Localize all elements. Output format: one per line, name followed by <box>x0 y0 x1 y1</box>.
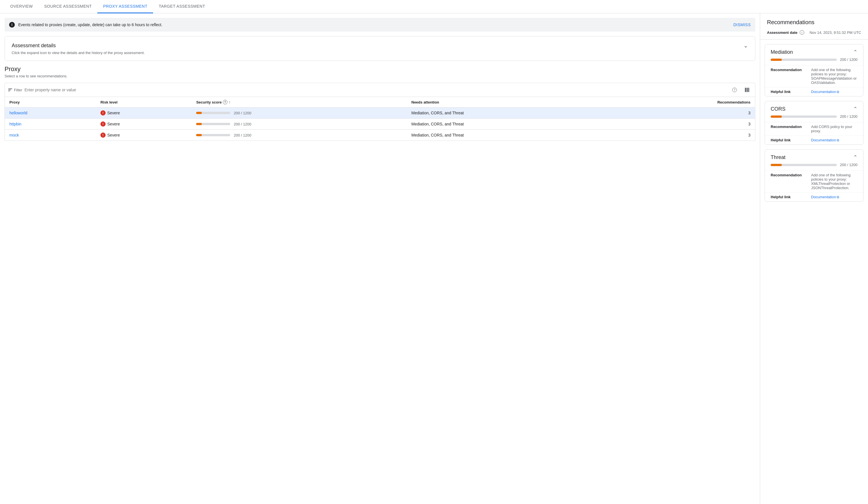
score-text: 200 / 1200 <box>234 133 251 137</box>
rec-documentation-link[interactable]: Documentation ⧉ <box>811 90 839 94</box>
external-link-icon: ⧉ <box>837 138 839 142</box>
table-row[interactable]: mock Severe 200 / 1200 Mediation, CORS, … <box>5 130 755 141</box>
rec-documentation-link[interactable]: Documentation ⧉ <box>811 138 839 142</box>
proxy-title: Proxy <box>4 65 755 73</box>
rec-recommendation-row: Recommendation Add CORS policy to your p… <box>765 122 863 135</box>
rec-recommendation-label: Recommendation <box>771 68 808 85</box>
nav-tab-source-assessment[interactable]: SOURCE ASSESSMENT <box>39 0 97 13</box>
rec-helpful-link-label: Helpful link <box>771 90 808 94</box>
filter-bar: Filter ? <box>4 83 755 97</box>
rec-score-row: 200 / 1200 <box>765 57 863 65</box>
proxy-name-cell: mock <box>5 130 96 141</box>
risk-label: Severe <box>107 122 120 126</box>
svg-rect-2 <box>748 88 749 92</box>
risk-label: Severe <box>107 133 120 137</box>
svg-rect-0 <box>745 88 746 92</box>
dismiss-button[interactable]: DISMISS <box>733 22 751 27</box>
rec-card-header[interactable]: Mediation ⌃ <box>765 44 863 57</box>
right-panel: Recommendations Assessment date i Nov 14… <box>760 13 868 504</box>
rec-score-bar <box>771 115 837 118</box>
risk-level-cell: Severe <box>96 107 192 119</box>
proxy-link[interactable]: mock <box>9 133 19 137</box>
help-button[interactable]: ? <box>730 85 739 94</box>
assessment-details-subtitle: Click the expand icon to view the detail… <box>12 51 748 55</box>
risk-level-cell: Severe <box>96 130 192 141</box>
proxy-link[interactable]: helloworld <box>9 111 27 115</box>
proxy-subtitle: Select a row to see recommendations. <box>4 74 755 78</box>
assessment-details-chevron[interactable]: ⌄ <box>743 42 748 49</box>
rec-score-bar <box>771 164 837 166</box>
nav-tab-target-assessment[interactable]: TARGET ASSESSMENT <box>153 0 211 13</box>
score-cell: 200 / 1200 <box>192 107 407 119</box>
filter-icon: Filter <box>8 88 22 92</box>
rec-card-chevron: ⌃ <box>853 106 857 112</box>
rec-card-header[interactable]: CORS ⌃ <box>765 101 863 114</box>
col-risk-level: Risk level <box>96 97 192 107</box>
recommendations-container: Mediation ⌃ 200 / 1200 Recommendation Ad… <box>760 44 868 202</box>
rec-recommendation-label: Recommendation <box>771 125 808 133</box>
rec-helpful-link-row: Helpful link Documentation ⧉ <box>765 135 863 145</box>
filter-label: Filter <box>14 88 22 92</box>
rec-score-text: 200 / 1200 <box>840 114 857 119</box>
nav-tabs: OVERVIEWSOURCE ASSESSMENTPROXY ASSESSMEN… <box>0 0 868 13</box>
proxy-table: Proxy Risk level Security score ? ↑ Need… <box>4 97 755 141</box>
risk-severe-icon <box>101 111 106 115</box>
score-text: 200 / 1200 <box>234 111 251 115</box>
col-needs-attention: Needs attention <box>407 97 613 107</box>
external-link-icon: ⧉ <box>837 195 839 199</box>
rec-card-chevron: ⌃ <box>853 49 857 55</box>
rec-card: Mediation ⌃ 200 / 1200 Recommendation Ad… <box>765 44 864 96</box>
rec-documentation-link[interactable]: Documentation ⧉ <box>811 195 839 199</box>
rec-recommendation-value: Add one of the following policies to you… <box>811 68 857 85</box>
rec-helpful-link-row: Helpful link Documentation ⧉ <box>765 192 863 201</box>
svg-rect-1 <box>746 88 748 92</box>
info-banner-text: Events related to proxies (create, updat… <box>18 22 730 27</box>
col-proxy: Proxy <box>5 97 96 107</box>
filter-lines-icon <box>8 88 12 91</box>
filter-actions: ? <box>730 85 752 94</box>
rec-card-header[interactable]: Threat ⌃ <box>765 150 863 163</box>
proxy-link[interactable]: httpbin <box>9 122 21 126</box>
score-cell: 200 / 1200 <box>192 130 407 141</box>
rec-recommendation-label: Recommendation <box>771 173 808 190</box>
needs-attention-cell: Mediation, CORS, and Threat <box>407 130 613 141</box>
proxy-name-cell: helloworld <box>5 107 96 119</box>
rec-recommendation-row: Recommendation Add one of the following … <box>765 170 863 192</box>
security-score-help-icon[interactable]: ? <box>223 100 227 104</box>
risk-severe-icon <box>101 133 106 138</box>
left-content: i Events related to proxies (create, upd… <box>0 13 760 504</box>
rec-card: Threat ⌃ 200 / 1200 Recommendation Add o… <box>765 149 864 202</box>
assessment-date-row: Assessment date i Nov 14, 2023, 9:51:32 … <box>760 28 868 40</box>
info-banner: i Events related to proxies (create, upd… <box>4 18 755 32</box>
rec-card: CORS ⌃ 200 / 1200 Recommendation Add COR… <box>765 101 864 145</box>
rec-recommendation-value: Add CORS policy to your proxy. <box>811 125 857 133</box>
right-panel-title: Recommendations <box>760 13 868 28</box>
sort-icon[interactable]: ↑ <box>228 100 230 104</box>
columns-button[interactable] <box>743 85 752 94</box>
nav-tab-overview[interactable]: OVERVIEW <box>4 0 39 13</box>
recommendations-count-cell: 3 <box>613 107 755 119</box>
table-row[interactable]: helloworld Severe 200 / 1200 Mediation, … <box>5 107 755 119</box>
rec-card-chevron: ⌃ <box>853 154 857 160</box>
rec-helpful-link-row: Helpful link Documentation ⧉ <box>765 87 863 96</box>
risk-label: Severe <box>107 111 120 115</box>
assessment-date-help-icon[interactable]: i <box>800 30 804 35</box>
rec-recommendation-value: Add one of the following policies to you… <box>811 173 857 190</box>
nav-tab-proxy-assessment[interactable]: PROXY ASSESSMENT <box>97 0 153 13</box>
rec-card-title: Mediation <box>771 49 793 55</box>
score-bar <box>196 134 230 136</box>
rec-card-title: CORS <box>771 106 785 112</box>
score-text: 200 / 1200 <box>234 122 251 126</box>
score-bar <box>196 123 230 125</box>
recommendations-count-cell: 3 <box>613 130 755 141</box>
col-recommendations: Recommendations <box>613 97 755 107</box>
risk-level-cell: Severe <box>96 119 192 130</box>
table-row[interactable]: httpbin Severe 200 / 1200 Mediation, COR… <box>5 119 755 130</box>
assessment-details-card: Assessment details ⌄ Click the expand ic… <box>4 36 755 61</box>
filter-input[interactable] <box>24 87 728 92</box>
col-security-score: Security score ? ↑ <box>192 97 407 107</box>
risk-severe-icon <box>101 122 106 127</box>
rec-score-bar <box>771 59 837 61</box>
assessment-date-value: Nov 14, 2023, 9:51:32 PM UTC <box>810 30 861 35</box>
rec-helpful-link-label: Helpful link <box>771 138 808 142</box>
